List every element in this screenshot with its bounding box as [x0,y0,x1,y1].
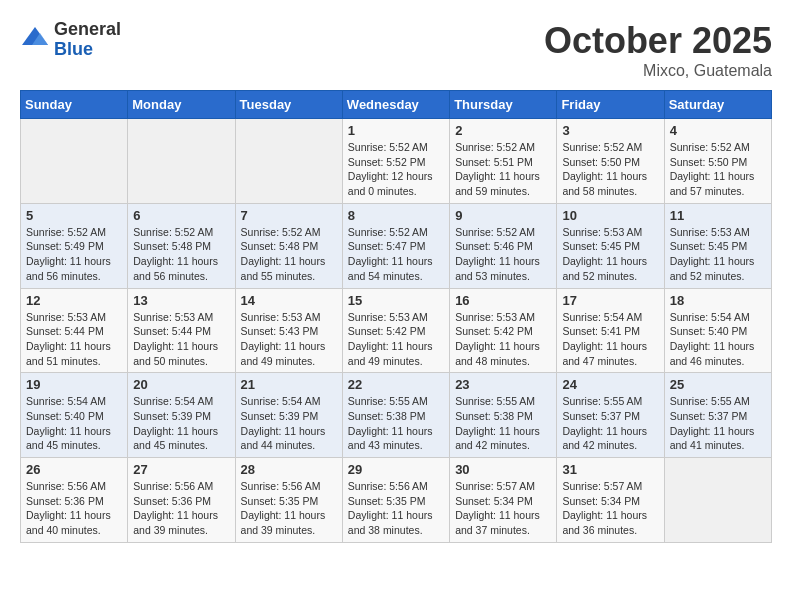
calendar-cell: 24Sunrise: 5:55 AM Sunset: 5:37 PM Dayli… [557,373,664,458]
day-info: Sunrise: 5:52 AM Sunset: 5:49 PM Dayligh… [26,225,122,284]
day-number: 21 [241,377,337,392]
day-info: Sunrise: 5:53 AM Sunset: 5:45 PM Dayligh… [670,225,766,284]
calendar-cell: 30Sunrise: 5:57 AM Sunset: 5:34 PM Dayli… [450,458,557,543]
day-info: Sunrise: 5:54 AM Sunset: 5:40 PM Dayligh… [26,394,122,453]
calendar-cell: 25Sunrise: 5:55 AM Sunset: 5:37 PM Dayli… [664,373,771,458]
calendar-cell: 3Sunrise: 5:52 AM Sunset: 5:50 PM Daylig… [557,119,664,204]
weekday-header: Thursday [450,91,557,119]
day-number: 5 [26,208,122,223]
day-info: Sunrise: 5:55 AM Sunset: 5:37 PM Dayligh… [562,394,658,453]
day-info: Sunrise: 5:52 AM Sunset: 5:47 PM Dayligh… [348,225,444,284]
weekday-header: Monday [128,91,235,119]
day-number: 24 [562,377,658,392]
logo-general: General [54,20,121,40]
weekday-header: Sunday [21,91,128,119]
day-info: Sunrise: 5:52 AM Sunset: 5:46 PM Dayligh… [455,225,551,284]
day-number: 14 [241,293,337,308]
calendar-week-row: 1Sunrise: 5:52 AM Sunset: 5:52 PM Daylig… [21,119,772,204]
weekday-header-row: SundayMondayTuesdayWednesdayThursdayFrid… [21,91,772,119]
day-number: 8 [348,208,444,223]
calendar-week-row: 26Sunrise: 5:56 AM Sunset: 5:36 PM Dayli… [21,458,772,543]
day-number: 13 [133,293,229,308]
day-info: Sunrise: 5:53 AM Sunset: 5:42 PM Dayligh… [348,310,444,369]
calendar-cell: 10Sunrise: 5:53 AM Sunset: 5:45 PM Dayli… [557,203,664,288]
weekday-header: Tuesday [235,91,342,119]
day-info: Sunrise: 5:54 AM Sunset: 5:40 PM Dayligh… [670,310,766,369]
calendar-cell: 16Sunrise: 5:53 AM Sunset: 5:42 PM Dayli… [450,288,557,373]
location: Mixco, Guatemala [544,62,772,80]
day-number: 26 [26,462,122,477]
day-number: 9 [455,208,551,223]
title-block: October 2025 Mixco, Guatemala [544,20,772,80]
weekday-header: Saturday [664,91,771,119]
day-info: Sunrise: 5:53 AM Sunset: 5:45 PM Dayligh… [562,225,658,284]
day-number: 10 [562,208,658,223]
logo-blue: Blue [54,40,121,60]
logo-icon [20,25,50,55]
day-number: 19 [26,377,122,392]
day-number: 12 [26,293,122,308]
calendar-week-row: 12Sunrise: 5:53 AM Sunset: 5:44 PM Dayli… [21,288,772,373]
calendar-cell: 19Sunrise: 5:54 AM Sunset: 5:40 PM Dayli… [21,373,128,458]
day-info: Sunrise: 5:53 AM Sunset: 5:44 PM Dayligh… [133,310,229,369]
day-number: 30 [455,462,551,477]
calendar-cell: 11Sunrise: 5:53 AM Sunset: 5:45 PM Dayli… [664,203,771,288]
day-info: Sunrise: 5:56 AM Sunset: 5:36 PM Dayligh… [26,479,122,538]
day-info: Sunrise: 5:54 AM Sunset: 5:41 PM Dayligh… [562,310,658,369]
calendar-cell: 17Sunrise: 5:54 AM Sunset: 5:41 PM Dayli… [557,288,664,373]
calendar-cell [128,119,235,204]
day-info: Sunrise: 5:57 AM Sunset: 5:34 PM Dayligh… [455,479,551,538]
day-info: Sunrise: 5:54 AM Sunset: 5:39 PM Dayligh… [133,394,229,453]
day-number: 16 [455,293,551,308]
calendar-cell: 18Sunrise: 5:54 AM Sunset: 5:40 PM Dayli… [664,288,771,373]
calendar-cell: 15Sunrise: 5:53 AM Sunset: 5:42 PM Dayli… [342,288,449,373]
calendar-cell: 29Sunrise: 5:56 AM Sunset: 5:35 PM Dayli… [342,458,449,543]
day-info: Sunrise: 5:53 AM Sunset: 5:43 PM Dayligh… [241,310,337,369]
day-number: 28 [241,462,337,477]
calendar-cell: 5Sunrise: 5:52 AM Sunset: 5:49 PM Daylig… [21,203,128,288]
calendar-cell: 21Sunrise: 5:54 AM Sunset: 5:39 PM Dayli… [235,373,342,458]
day-number: 23 [455,377,551,392]
day-info: Sunrise: 5:52 AM Sunset: 5:48 PM Dayligh… [241,225,337,284]
calendar-cell: 6Sunrise: 5:52 AM Sunset: 5:48 PM Daylig… [128,203,235,288]
day-info: Sunrise: 5:57 AM Sunset: 5:34 PM Dayligh… [562,479,658,538]
calendar-cell [664,458,771,543]
day-number: 1 [348,123,444,138]
calendar-cell: 23Sunrise: 5:55 AM Sunset: 5:38 PM Dayli… [450,373,557,458]
day-info: Sunrise: 5:55 AM Sunset: 5:37 PM Dayligh… [670,394,766,453]
page-header: General Blue October 2025 Mixco, Guatema… [20,20,772,80]
day-info: Sunrise: 5:55 AM Sunset: 5:38 PM Dayligh… [455,394,551,453]
calendar-cell: 13Sunrise: 5:53 AM Sunset: 5:44 PM Dayli… [128,288,235,373]
day-info: Sunrise: 5:53 AM Sunset: 5:42 PM Dayligh… [455,310,551,369]
calendar-cell: 9Sunrise: 5:52 AM Sunset: 5:46 PM Daylig… [450,203,557,288]
weekday-header: Wednesday [342,91,449,119]
day-info: Sunrise: 5:52 AM Sunset: 5:52 PM Dayligh… [348,140,444,199]
day-number: 4 [670,123,766,138]
day-info: Sunrise: 5:52 AM Sunset: 5:48 PM Dayligh… [133,225,229,284]
day-number: 11 [670,208,766,223]
calendar-cell: 8Sunrise: 5:52 AM Sunset: 5:47 PM Daylig… [342,203,449,288]
day-number: 25 [670,377,766,392]
day-number: 20 [133,377,229,392]
day-info: Sunrise: 5:56 AM Sunset: 5:35 PM Dayligh… [348,479,444,538]
calendar-week-row: 19Sunrise: 5:54 AM Sunset: 5:40 PM Dayli… [21,373,772,458]
calendar-cell [235,119,342,204]
logo: General Blue [20,20,121,60]
day-number: 27 [133,462,229,477]
month-title: October 2025 [544,20,772,62]
calendar-cell: 28Sunrise: 5:56 AM Sunset: 5:35 PM Dayli… [235,458,342,543]
day-info: Sunrise: 5:52 AM Sunset: 5:50 PM Dayligh… [562,140,658,199]
day-info: Sunrise: 5:56 AM Sunset: 5:36 PM Dayligh… [133,479,229,538]
calendar-cell: 12Sunrise: 5:53 AM Sunset: 5:44 PM Dayli… [21,288,128,373]
calendar-cell: 31Sunrise: 5:57 AM Sunset: 5:34 PM Dayli… [557,458,664,543]
calendar-cell: 7Sunrise: 5:52 AM Sunset: 5:48 PM Daylig… [235,203,342,288]
day-number: 31 [562,462,658,477]
day-info: Sunrise: 5:55 AM Sunset: 5:38 PM Dayligh… [348,394,444,453]
calendar-cell: 14Sunrise: 5:53 AM Sunset: 5:43 PM Dayli… [235,288,342,373]
calendar-cell: 4Sunrise: 5:52 AM Sunset: 5:50 PM Daylig… [664,119,771,204]
calendar-cell: 1Sunrise: 5:52 AM Sunset: 5:52 PM Daylig… [342,119,449,204]
day-info: Sunrise: 5:54 AM Sunset: 5:39 PM Dayligh… [241,394,337,453]
calendar-cell [21,119,128,204]
day-number: 2 [455,123,551,138]
calendar: SundayMondayTuesdayWednesdayThursdayFrid… [20,90,772,543]
